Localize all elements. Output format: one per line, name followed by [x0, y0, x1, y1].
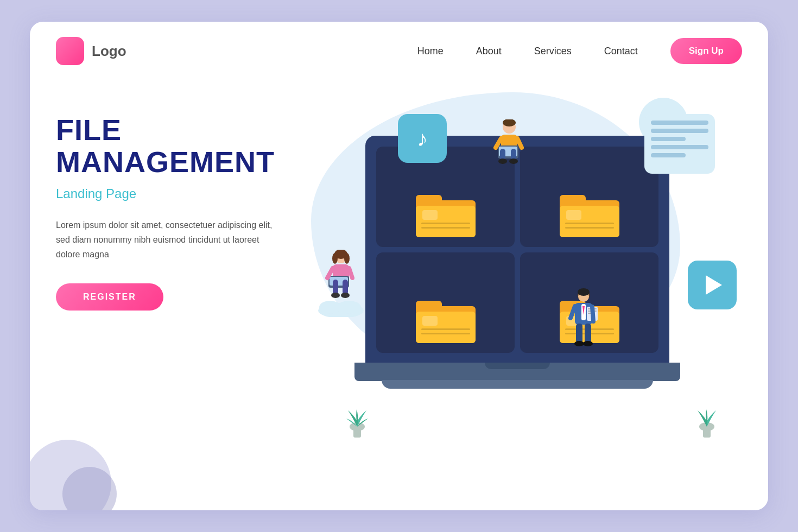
nav-item-home[interactable]: Home — [417, 46, 444, 57]
svg-point-47 — [583, 341, 593, 346]
person-1 — [490, 119, 528, 170]
svg-point-15 — [509, 159, 518, 164]
plant-right — [693, 400, 720, 440]
plant-left — [344, 400, 371, 440]
svg-rect-26 — [343, 280, 348, 295]
nav-link-services[interactable]: Services — [534, 46, 572, 56]
hero-illustration: ♪ — [289, 81, 742, 505]
folder-line-3b — [421, 333, 470, 334]
svg-rect-45 — [585, 324, 591, 343]
folder-line-3a — [421, 328, 470, 330]
laptop-foot — [382, 380, 653, 389]
hero-left: FILE MANAGEMENT Landing Page Lorem ipsum… — [56, 92, 289, 311]
logo-area: Logo — [56, 37, 126, 65]
nav-links: Home About Services Contact — [417, 46, 638, 57]
plant-left-svg — [344, 400, 371, 438]
nav-link-contact[interactable]: Contact — [604, 46, 638, 56]
doc-line-1 — [651, 121, 708, 125]
laptop-illustration — [354, 136, 680, 418]
folder-icon-3 — [416, 301, 476, 343]
svg-line-30 — [349, 268, 352, 278]
svg-point-33 — [337, 301, 361, 314]
svg-point-36 — [578, 288, 590, 296]
hero-title: FILE MANAGEMENT — [56, 114, 289, 179]
folder-shine-3 — [422, 316, 438, 326]
folder-line-2b — [565, 227, 614, 229]
logo-text: Logo — [92, 43, 126, 60]
video-icon-card — [688, 261, 737, 309]
hero-description: Lorem ipsum dolor sit amet, consectetuer… — [56, 218, 273, 262]
doc-line-3 — [651, 137, 686, 141]
svg-point-14 — [498, 159, 507, 164]
person-2-svg — [322, 250, 360, 304]
person-3-svg — [566, 288, 601, 353]
folder-shine-1 — [422, 210, 438, 220]
navbar: Logo Home About Services Contact Sign Up — [30, 22, 768, 76]
nav-item-services[interactable]: Services — [534, 46, 572, 57]
folder-front-2 — [560, 206, 619, 237]
logo-icon — [56, 37, 84, 65]
register-button[interactable]: REGISTER — [56, 283, 163, 311]
main-card: Logo Home About Services Contact Sign Up… — [30, 22, 768, 510]
doc-line-2 — [651, 129, 708, 133]
document-icon-card — [644, 114, 715, 174]
svg-line-17 — [517, 138, 522, 148]
svg-line-49 — [571, 306, 575, 318]
doc-line-5 — [651, 153, 686, 157]
svg-point-28 — [341, 293, 350, 298]
plant-right-svg — [693, 400, 720, 438]
nav-item-contact[interactable]: Contact — [604, 46, 638, 57]
play-icon — [706, 275, 722, 295]
folder-cell-3 — [376, 252, 515, 353]
folder-cell-2 — [520, 147, 658, 247]
nav-item-about[interactable]: About — [476, 46, 502, 57]
svg-point-27 — [331, 293, 340, 298]
folder-shine-2 — [566, 210, 581, 220]
svg-rect-44 — [576, 324, 582, 343]
main-content: FILE MANAGEMENT Landing Page Lorem ipsum… — [30, 76, 768, 505]
folder-line-1b — [421, 227, 470, 229]
person-3 — [566, 288, 601, 355]
svg-line-48 — [592, 307, 593, 321]
doc-line-4 — [651, 145, 708, 149]
signup-button[interactable]: Sign Up — [670, 38, 742, 64]
folder-line-1a — [421, 223, 470, 224]
person-1-svg — [490, 119, 528, 168]
music-icon-card: ♪ — [398, 114, 447, 163]
svg-point-46 — [574, 341, 584, 346]
cloud-platform — [316, 301, 365, 317]
folder-icon-1 — [416, 195, 476, 237]
folder-line-2a — [565, 223, 614, 224]
svg-point-21 — [344, 253, 350, 264]
person-2 — [322, 250, 360, 306]
nav-link-about[interactable]: About — [476, 46, 502, 56]
hero-subtitle: Landing Page — [56, 186, 289, 201]
laptop-notch — [485, 363, 550, 369]
svg-rect-25 — [333, 280, 338, 295]
music-note-icon: ♪ — [417, 126, 428, 151]
folder-icon-2 — [560, 195, 619, 237]
svg-point-20 — [332, 253, 338, 264]
nav-link-home[interactable]: Home — [417, 46, 444, 56]
folder-front-1 — [416, 206, 476, 237]
folder-front-3 — [416, 312, 476, 343]
